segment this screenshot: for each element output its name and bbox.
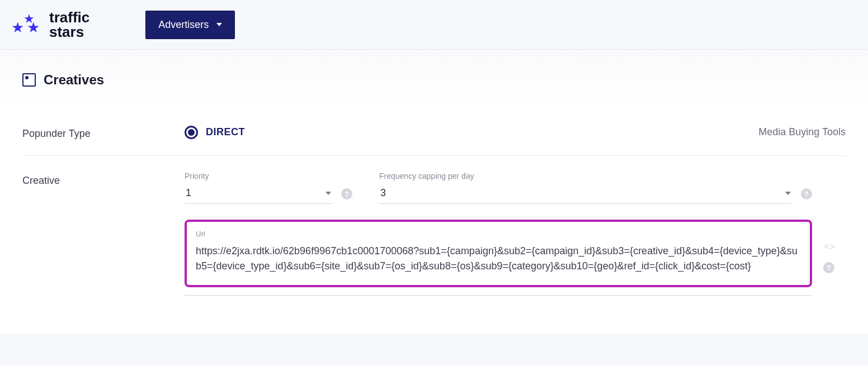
header-bar: ★ ★ ★ traffic stars Advertisers [0,0,868,50]
help-icon[interactable]: ? [801,188,812,199]
url-input[interactable]: https://e2jxa.rdtk.io/62b96f9967cb1c0001… [196,244,801,274]
logo[interactable]: ★ ★ ★ traffic stars [11,10,89,39]
chevron-down-icon [785,192,791,195]
section-title: Creatives [44,72,104,88]
frequency-select[interactable]: 3 [379,184,792,204]
media-buying-tools-link[interactable]: Media Buying Tools [758,126,846,138]
popunder-type-row: Popunder Type DIRECT Media Buying Tools [22,109,846,156]
frequency-field-label: Frequency capping per day [379,172,812,180]
section-header: Creatives [0,50,868,109]
logo-line2: stars [49,25,89,39]
popunder-direct-radio[interactable]: DIRECT [185,126,245,139]
priority-freq-fields: Priority 1 ? Frequency capping per day [185,172,812,204]
popunder-type-content: DIRECT Media Buying Tools [185,126,846,139]
priority-select-row: 1 ? [185,184,352,204]
popunder-direct-label: DIRECT [206,126,245,138]
creative-row: Creative Priority 1 ? [22,156,846,311]
url-highlight-box: Url https://e2jxa.rdtk.io/62b96f9967cb1c… [185,220,812,287]
advertisers-dropdown[interactable]: Advertisers [145,11,235,39]
logo-stars-icon: ★ ★ ★ [11,11,45,39]
priority-select[interactable]: 1 [185,184,332,204]
creative-label: Creative [22,172,185,187]
url-side-icons: < > ? [823,242,834,273]
image-icon [22,73,36,87]
logo-text: traffic stars [49,10,89,39]
priority-field: Priority 1 ? [185,172,352,204]
priority-value: 1 [186,187,191,199]
expand-code-icon[interactable]: < > [824,242,833,252]
logo-line1: traffic [49,10,89,25]
main-content: Creatives Popunder Type DIRECT Media Buy… [0,50,868,334]
help-icon[interactable]: ? [341,188,352,199]
radio-inner-dot [188,129,195,136]
chevron-down-icon [216,23,222,26]
priority-field-label: Priority [185,172,352,180]
url-block: Url https://e2jxa.rdtk.io/62b96f9967cb1c… [185,220,812,296]
popunder-type-label: Popunder Type [22,125,185,140]
frequency-field: Frequency capping per day 3 ? [379,172,812,204]
form-area: Popunder Type DIRECT Media Buying Tools … [0,109,868,334]
star-icon: ★ [27,19,40,36]
advertisers-dropdown-label: Advertisers [158,19,209,31]
url-field-label: Url [196,230,801,238]
chevron-down-icon [326,192,331,195]
frequency-select-row: 3 ? [379,184,812,204]
radio-icon [185,126,198,139]
frequency-value: 3 [380,187,386,199]
creative-content: Priority 1 ? Frequency capping per day [185,172,846,296]
help-icon[interactable]: ? [823,262,834,273]
star-icon: ★ [11,19,24,36]
url-bottom-line [185,295,812,296]
